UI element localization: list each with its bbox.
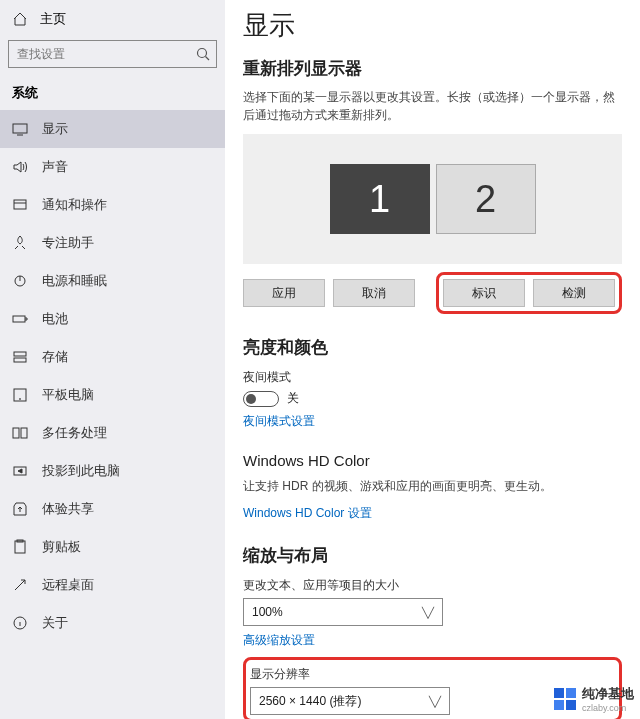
sidebar-item-label: 电池 xyxy=(42,310,68,328)
svg-rect-10 xyxy=(21,428,27,438)
resolution-value: 2560 × 1440 (推荐) xyxy=(259,693,361,710)
sidebar-item-power[interactable]: 电源和睡眠 xyxy=(0,262,225,300)
sidebar-item-battery[interactable]: 电池 xyxy=(0,300,225,338)
sidebar: 主页 系统 显示声音通知和操作专注助手电源和睡眠电池存储平板电脑多任务处理投影到… xyxy=(0,0,225,719)
main-panel: 显示 重新排列显示器 选择下面的某一显示器以更改其设置。长按（或选择）一个显示器… xyxy=(225,0,640,719)
chevron-down-icon: ╲╱ xyxy=(422,607,434,618)
sidebar-item-tablet[interactable]: 平板电脑 xyxy=(0,376,225,414)
battery-icon xyxy=(12,311,28,327)
night-mode-settings-link[interactable]: 夜间模式设置 xyxy=(243,413,622,430)
sidebar-item-display[interactable]: 显示 xyxy=(0,110,225,148)
sidebar-item-share[interactable]: 体验共享 xyxy=(0,490,225,528)
svg-rect-2 xyxy=(14,200,26,209)
sidebar-item-about[interactable]: 关于 xyxy=(0,604,225,642)
svg-rect-1 xyxy=(13,124,27,133)
svg-point-0 xyxy=(198,49,207,58)
svg-rect-6 xyxy=(14,358,26,362)
scale-size-select[interactable]: 100% ╲╱ xyxy=(243,598,443,626)
focus-icon xyxy=(12,235,28,251)
watermark-text: 纯净基地 xyxy=(582,685,634,703)
search-input[interactable] xyxy=(9,47,190,61)
watermark: 纯净基地 czlaby.com xyxy=(554,685,634,713)
resolution-label: 显示分辨率 xyxy=(250,666,615,683)
sidebar-item-label: 剪贴板 xyxy=(42,538,81,556)
rearrange-heading: 重新排列显示器 xyxy=(243,57,622,80)
page-title: 显示 xyxy=(243,8,622,43)
sidebar-item-label: 通知和操作 xyxy=(42,196,107,214)
brightness-heading: 亮度和颜色 xyxy=(243,336,622,359)
about-icon xyxy=(12,615,28,631)
sidebar-item-label: 平板电脑 xyxy=(42,386,94,404)
svg-rect-12 xyxy=(15,541,25,553)
search-icon xyxy=(190,46,216,62)
project-icon xyxy=(12,463,28,479)
sidebar-item-label: 电源和睡眠 xyxy=(42,272,107,290)
sidebar-item-label: 声音 xyxy=(42,158,68,176)
hdcolor-heading: Windows HD Color xyxy=(243,452,622,469)
category-label: 系统 xyxy=(0,74,225,110)
svg-point-8 xyxy=(20,399,21,400)
monitor-1[interactable]: 1 xyxy=(330,164,430,234)
apply-button[interactable]: 应用 xyxy=(243,279,325,307)
hdcolor-desc: 让支持 HDR 的视频、游戏和应用的画面更明亮、更生动。 xyxy=(243,477,622,495)
sidebar-item-label: 专注助手 xyxy=(42,234,94,252)
home-link[interactable]: 主页 xyxy=(0,4,225,34)
clipboard-icon xyxy=(12,539,28,555)
sidebar-item-notify[interactable]: 通知和操作 xyxy=(0,186,225,224)
svg-rect-4 xyxy=(13,316,25,322)
share-icon xyxy=(12,501,28,517)
highlight-identify-detect: 标识 检测 xyxy=(436,272,622,314)
sidebar-item-label: 投影到此电脑 xyxy=(42,462,120,480)
resolution-select[interactable]: 2560 × 1440 (推荐) ╲╱ xyxy=(250,687,450,715)
multitask-icon xyxy=(12,425,28,441)
advanced-scaling-link[interactable]: 高级缩放设置 xyxy=(243,632,622,649)
sidebar-item-remote[interactable]: 远程桌面 xyxy=(0,566,225,604)
scale-size-label: 更改文本、应用等项目的大小 xyxy=(243,577,622,594)
sidebar-item-label: 多任务处理 xyxy=(42,424,107,442)
sidebar-item-label: 远程桌面 xyxy=(42,576,94,594)
notify-icon xyxy=(12,197,28,213)
hdcolor-link[interactable]: Windows HD Color 设置 xyxy=(243,505,622,522)
svg-rect-9 xyxy=(13,428,19,438)
sidebar-item-project[interactable]: 投影到此电脑 xyxy=(0,452,225,490)
night-mode-state: 关 xyxy=(287,390,299,407)
identify-button[interactable]: 标识 xyxy=(443,279,525,307)
monitor-2[interactable]: 2 xyxy=(436,164,536,234)
scale-size-value: 100% xyxy=(252,605,283,619)
remote-icon xyxy=(12,577,28,593)
sidebar-item-label: 关于 xyxy=(42,614,68,632)
detect-button[interactable]: 检测 xyxy=(533,279,615,307)
sidebar-item-label: 显示 xyxy=(42,120,68,138)
display-arrange-area[interactable]: 1 2 xyxy=(243,134,622,264)
home-label: 主页 xyxy=(40,10,66,28)
watermark-url: czlaby.com xyxy=(582,703,634,713)
display-icon xyxy=(12,121,28,137)
night-mode-label: 夜间模式 xyxy=(243,369,622,386)
night-mode-toggle[interactable] xyxy=(243,391,279,407)
rearrange-desc: 选择下面的某一显示器以更改其设置。长按（或选择）一个显示器，然后通过拖动方式来重… xyxy=(243,88,622,124)
scale-heading: 缩放与布局 xyxy=(243,544,622,567)
watermark-logo-icon xyxy=(554,688,576,710)
sidebar-item-label: 存储 xyxy=(42,348,68,366)
sidebar-item-sound[interactable]: 声音 xyxy=(0,148,225,186)
home-icon xyxy=(12,11,28,27)
sidebar-item-focus[interactable]: 专注助手 xyxy=(0,224,225,262)
sound-icon xyxy=(12,159,28,175)
chevron-down-icon: ╲╱ xyxy=(429,696,441,707)
sidebar-item-label: 体验共享 xyxy=(42,500,94,518)
sidebar-item-storage[interactable]: 存储 xyxy=(0,338,225,376)
sidebar-item-clipboard[interactable]: 剪贴板 xyxy=(0,528,225,566)
sidebar-item-multitask[interactable]: 多任务处理 xyxy=(0,414,225,452)
svg-rect-5 xyxy=(14,352,26,356)
search-box[interactable] xyxy=(8,40,217,68)
storage-icon xyxy=(12,349,28,365)
cancel-button[interactable]: 取消 xyxy=(333,279,415,307)
power-icon xyxy=(12,273,28,289)
tablet-icon xyxy=(12,387,28,403)
